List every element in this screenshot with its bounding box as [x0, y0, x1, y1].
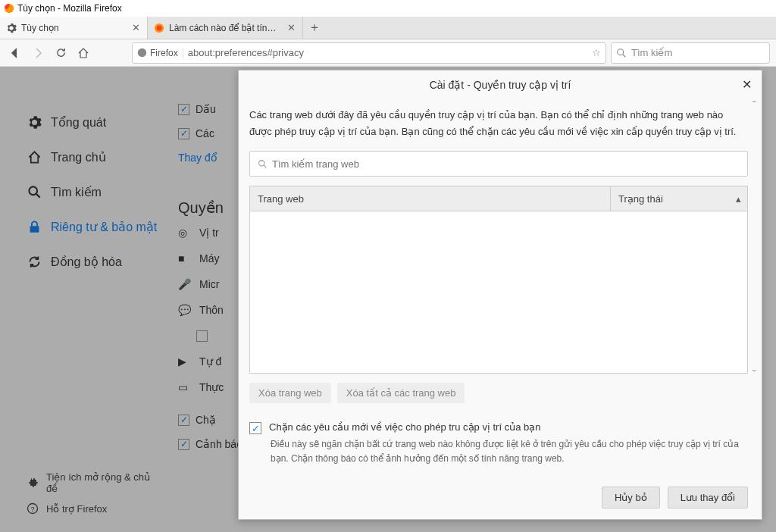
identity-box[interactable]: Firefox: [137, 48, 183, 58]
search-icon: [616, 48, 627, 58]
search-placeholder: Tìm kiếm: [631, 47, 672, 58]
table-header: Trang web Trạng thái ▴: [249, 186, 748, 211]
dialog-search-input[interactable]: [272, 158, 740, 170]
tab-help-article[interactable]: Làm cách nào để bật tính năn… ✕: [148, 17, 303, 39]
scroll-down-icon[interactable]: ˇ: [753, 368, 760, 380]
window-titlebar: Tùy chọn - Mozilla Firefox: [0, 0, 776, 17]
block-label: Chặn các yêu cầu mới về việc cho phép tr…: [269, 421, 540, 433]
cancel-button[interactable]: Hủy bỏ: [602, 487, 660, 509]
remove-site-button: Xóa trang web: [249, 383, 331, 403]
dialog-footer: Hủy bỏ Lưu thay đổi: [239, 479, 762, 519]
block-new-requests-row: ✓ Chặn các yêu cầu mới về việc cho phép …: [249, 421, 748, 434]
firefox-icon: [154, 23, 164, 33]
remove-all-button: Xóa tất cả các trang web: [337, 383, 465, 403]
search-bar[interactable]: Tìm kiếm: [611, 42, 770, 64]
close-icon[interactable]: ✕: [739, 77, 754, 92]
url-bar[interactable]: Firefox about:preferences#privacy ☆: [132, 42, 606, 64]
identity-label: Firefox: [150, 48, 178, 58]
window-title: Tùy chọn - Mozilla Firefox: [17, 3, 122, 14]
tab-label: Tùy chọn: [21, 23, 126, 33]
gear-icon: [6, 23, 17, 33]
block-checkbox[interactable]: ✓: [249, 422, 261, 434]
reload-button[interactable]: [52, 44, 70, 62]
forward-button[interactable]: [29, 44, 47, 62]
close-icon[interactable]: ✕: [130, 23, 141, 33]
search-icon: [258, 159, 268, 169]
bookmark-star-icon[interactable]: ☆: [592, 47, 601, 58]
back-button[interactable]: [6, 44, 24, 62]
tab-label: Làm cách nào để bật tính năn…: [169, 23, 281, 33]
svg-point-11: [259, 160, 264, 165]
firefox-icon: [137, 48, 147, 58]
nav-toolbar: Firefox about:preferences#privacy ☆ Tìm …: [0, 39, 776, 67]
save-button[interactable]: Lưu thay đổi: [668, 487, 748, 509]
dialog-title-bar: Cài đặt - Quyền truy cập vị trí ✕: [239, 70, 762, 99]
svg-point-4: [618, 49, 624, 55]
url-text: about:preferences#privacy: [188, 47, 587, 58]
tab-preferences[interactable]: Tùy chọn ✕: [0, 17, 148, 39]
svg-point-3: [138, 49, 146, 57]
scroll-up-icon[interactable]: ˆ: [753, 99, 760, 111]
svg-line-12: [264, 165, 266, 167]
column-site[interactable]: Trang web: [250, 186, 611, 211]
permissions-table[interactable]: [249, 211, 748, 374]
dialog-search-field[interactable]: [249, 151, 748, 177]
block-description: Điều này sẽ ngăn chặn bất cứ trang web n…: [271, 437, 748, 466]
dialog-title: Cài đặt - Quyền truy cập vị trí: [430, 79, 571, 91]
column-status[interactable]: Trạng thái ▴: [611, 186, 747, 211]
tab-strip: Tùy chọn ✕ Làm cách nào để bật tính năn……: [0, 17, 776, 39]
svg-point-2: [157, 25, 162, 30]
svg-line-5: [623, 54, 626, 57]
location-permissions-dialog: Cài đặt - Quyền truy cập vị trí ✕ ˆ Các …: [238, 70, 762, 520]
dialog-description: Các trang web dưới đây đã yêu cầu quyền …: [249, 107, 748, 140]
sort-caret-icon: ▴: [736, 193, 741, 205]
new-tab-button[interactable]: ＋: [303, 17, 326, 39]
home-button[interactable]: [74, 44, 92, 62]
close-icon[interactable]: ✕: [286, 23, 296, 33]
firefox-icon: [4, 3, 14, 14]
